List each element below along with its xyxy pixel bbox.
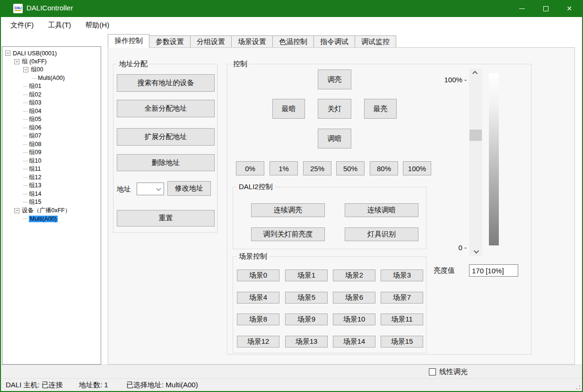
scroll-up-button[interactable] [469,69,482,77]
linear-dimming-checkbox[interactable] [429,368,436,375]
tree-item-1[interactable]: 组 (0xFF) [2,58,101,66]
scene-group-title: 场景控制 [237,252,269,261]
tree-connector [23,128,27,128]
scene-button-9[interactable]: 场景9 [285,314,328,325]
chevron-down-icon [474,248,479,253]
tree-item-10[interactable]: 组07 [2,132,101,140]
scene-button-14[interactable]: 场景14 [333,336,375,348]
scene-button-2[interactable]: 场景2 [333,270,375,281]
percent-button-1pct[interactable]: 1% [270,161,298,175]
tree-item-label: Multi(A00) [29,216,58,222]
title-bar: DALI DALIController ✕ [0,0,583,17]
collapse-icon[interactable] [14,59,19,64]
scene-button-8[interactable]: 场景8 [237,314,279,325]
tab-2[interactable]: 分组设置 [191,35,232,48]
assign-new-address-button[interactable]: 全新分配地址 [117,100,215,117]
menu-item-2[interactable]: 帮助(H) [84,19,110,31]
tree-connector [23,177,27,178]
tree-item-0[interactable]: DALI USB(0001) [2,49,101,58]
scroll-down-button[interactable] [469,247,482,256]
menu-item-1[interactable]: 工具(T) [47,19,72,31]
percent-button-25pct[interactable]: 25% [303,161,331,175]
address-combobox[interactable] [137,183,164,195]
tree-item-19[interactable]: 设备（广播0xFF） [2,207,101,215]
tree-item-label: 组13 [29,182,41,190]
tree-item-2[interactable]: 组00 [2,66,101,74]
tree-item-17[interactable]: 组14 [2,190,101,199]
tree-item-11[interactable]: 组08 [2,140,101,149]
collapse-icon[interactable] [5,51,10,56]
tree-item-6[interactable]: 组03 [2,99,101,107]
search-addressed-devices-button[interactable]: 搜索有地址的设备 [117,74,215,92]
tree-item-label: 组03 [29,99,41,107]
minimize-button[interactable] [510,0,534,17]
tree-item-5[interactable]: 组02 [2,91,101,99]
scene-button-0[interactable]: 场景0 [237,270,279,281]
resize-grip-icon[interactable] [576,385,581,390]
tree-connector [23,202,27,202]
address-label: 地址 [117,185,131,194]
scene-button-15[interactable]: 场景15 [381,336,423,348]
close-button[interactable]: ✕ [557,0,581,17]
tab-3[interactable]: 场景设置 [232,35,273,48]
scene-button-11[interactable]: 场景11 [381,314,423,325]
delete-address-button[interactable]: 删除地址 [117,154,215,171]
scene-button-5[interactable]: 场景5 [285,292,328,304]
percent-button-0pct[interactable]: 0% [236,161,264,175]
goto-last-level-button[interactable]: 调到关灯前亮度 [251,227,325,241]
window-title: DALIController [26,4,73,12]
scene-button-1[interactable]: 场景1 [285,270,328,281]
tree-item-16[interactable]: 组13 [2,182,101,190]
tab-6[interactable]: 调试监控 [355,35,396,48]
tree-item-label: 组14 [29,190,41,198]
tree-item-12[interactable]: 组09 [2,148,101,157]
tree-item-4[interactable]: 组01 [2,82,101,91]
continuous-dim-button[interactable]: 连续调暗 [345,203,418,217]
dim-button[interactable]: 调暗 [318,129,351,148]
brightness-scrollbar[interactable] [469,69,482,256]
tab-4[interactable]: 色温控制 [273,35,314,48]
tree-item-15[interactable]: 组12 [2,174,101,182]
continuous-brighten-button[interactable]: 连续调亮 [251,203,325,217]
brighten-button[interactable]: 调亮 [318,70,351,89]
percent-button-100pct[interactable]: 100% [403,161,431,175]
tree-item-8[interactable]: 组05 [2,115,101,124]
tree-item-14[interactable]: 组11 [2,165,101,174]
tree-item-13[interactable]: 组10 [2,157,101,166]
tab-1[interactable]: 参数设置 [149,35,191,48]
reset-button[interactable]: 重置 [117,210,215,226]
scene-button-6[interactable]: 场景6 [333,292,375,304]
brightest-button[interactable]: 最亮 [364,99,397,119]
tree-item-7[interactable]: 组04 [2,107,101,116]
tree-item-20[interactable]: Multi(A00) [2,215,101,223]
tab-5[interactable]: 指令调试 [314,35,355,48]
tree-item-18[interactable]: 组15 [2,198,101,207]
brightness-value-box[interactable]: 170 [10%] [469,264,518,277]
scene-button-7[interactable]: 场景7 [381,292,423,304]
tree-item-9[interactable]: 组06 [2,124,101,132]
scene-button-12[interactable]: 场景12 [237,336,279,348]
scrollbar-thumb[interactable] [470,130,482,141]
tab-0[interactable]: 操作控制 [108,34,149,48]
scene-button-13[interactable]: 场景13 [285,336,328,348]
control-group-title: 控制 [231,60,249,69]
percent-button-50pct[interactable]: 50% [336,161,365,175]
chevron-up-icon [472,71,478,76]
scene-button-4[interactable]: 场景4 [237,292,279,304]
modify-address-button[interactable]: 修改地址 [167,181,211,196]
collapse-icon[interactable] [23,67,28,72]
menu-item-0[interactable]: 文件(F) [9,19,35,31]
collapse-icon[interactable] [14,208,19,213]
maximize-button[interactable] [534,0,557,17]
status-item-1: 地址数: 1 [79,381,108,390]
dali2-group-title: DALI2控制 [237,183,275,192]
light-off-button[interactable]: 关灯 [318,99,351,119]
percent-button-80pct[interactable]: 80% [370,161,398,175]
extend-assign-address-button[interactable]: 扩展分配地址 [117,128,215,146]
tree-item-3[interactable]: Multi(A00) [2,74,101,83]
tree-connector [23,218,27,219]
lamp-identify-button[interactable]: 灯具识别 [345,227,418,241]
scene-button-10[interactable]: 场景10 [333,314,375,325]
darkest-button[interactable]: 最暗 [272,99,305,119]
scene-button-3[interactable]: 场景3 [381,270,423,281]
